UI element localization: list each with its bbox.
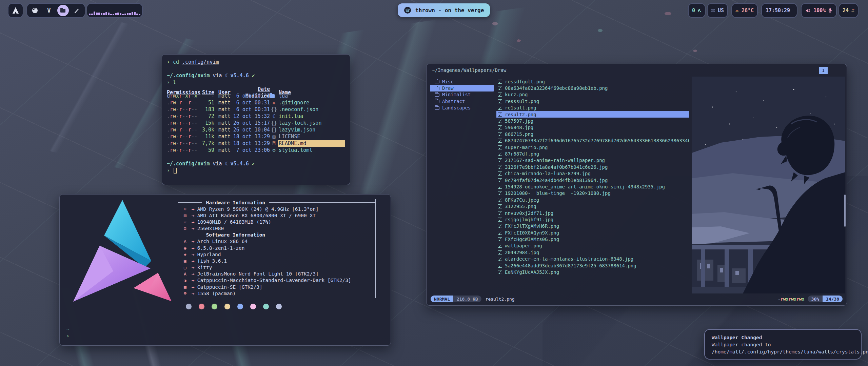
fetch-window[interactable]: Hardware Information ⊙ → AMD Ryzen 9 590… xyxy=(59,194,391,346)
file-user: matt xyxy=(216,140,232,147)
file-row[interactable]: 3122955.png xyxy=(496,203,689,209)
sidebar-folder[interactable]: Misc xyxy=(430,78,494,85)
file-row[interactable]: kurz.png xyxy=(496,92,689,98)
workspace-firefox[interactable] xyxy=(29,5,41,16)
sidebar-folder[interactable]: Minimalist xyxy=(430,92,494,98)
file-name: FXfcII0X0AQyn9X.png xyxy=(505,230,559,236)
cava-bar xyxy=(136,14,138,15)
file-row[interactable]: 5a266e448add93deab367d87173e9f25-6837886… xyxy=(496,262,689,269)
ls-row: .rw-r--r-- 3,0k matt 26 oct 10:04 {} laz… xyxy=(167,126,345,133)
file-size: 51 xyxy=(199,99,216,106)
firefox-icon xyxy=(32,7,38,14)
file-row[interactable]: ressdfgult.png xyxy=(496,78,689,85)
file-row[interactable]: resssult.png xyxy=(496,98,689,104)
file-row[interactable]: 08a634fa02a32364f69ebc86a98eb1eb.png xyxy=(496,85,689,91)
file-row[interactable]: EeNKYgIUcAAJ5JX.png xyxy=(496,269,689,275)
file-row[interactable]: 596848.jpg xyxy=(496,124,689,131)
file-row[interactable]: 587597.jpg xyxy=(496,118,689,124)
app-launcher-button[interactable] xyxy=(8,3,23,18)
folder-name: Draw xyxy=(442,85,454,91)
file-row[interactable]: FXfcJlTXgAMvH6R.png xyxy=(496,223,689,229)
cava-bar xyxy=(91,14,93,15)
file-row[interactable]: chica-mirando-la-luna-8799.jpg xyxy=(496,170,689,177)
image-file-icon xyxy=(498,113,502,117)
folder-icon xyxy=(435,87,439,90)
cava-bar xyxy=(105,12,107,15)
file-name: ressdfgult.png xyxy=(505,79,545,84)
file-name: README.md xyxy=(278,140,345,147)
palette-dot xyxy=(212,304,217,309)
file-name: FXfcHgcWIAMzs0G.png xyxy=(505,237,559,242)
folder-icon xyxy=(60,9,65,13)
file-row[interactable]: 87r687df.png xyxy=(496,150,689,157)
mode-badge: NORMAL xyxy=(431,296,453,302)
ls-header-row: Permissions Size User Date Modified Name xyxy=(167,86,345,93)
info-row: ⊡ → 868x366 xyxy=(178,225,375,232)
file-row[interactable]: 217167-sad-anime-rain-wallpaper.png xyxy=(496,157,689,164)
file-row[interactable]: 68747470733a2f2f696d616765732d7769786d70… xyxy=(496,138,689,144)
tab-indicator[interactable]: 1 xyxy=(819,67,828,74)
cava-bar xyxy=(115,13,117,15)
shell-icon: ▣ xyxy=(181,258,190,263)
file-row[interactable]: result2.png xyxy=(496,111,689,118)
layout-value: US xyxy=(718,7,724,14)
workspace-paint[interactable] xyxy=(71,5,83,16)
workspaces-pill: V xyxy=(26,3,85,18)
file-row[interactable]: re1sult.png xyxy=(496,105,689,111)
file-name: result2.png xyxy=(505,112,536,117)
file-manager-window[interactable]: ~/Imagenes/Wallpapers/Draw 1 Misc Draw M… xyxy=(426,64,847,306)
tray-weather[interactable]: 26°C xyxy=(731,3,758,18)
info-row: ▢ → kitty xyxy=(178,264,375,271)
file-row[interactable]: wallpaper.png xyxy=(496,243,689,249)
file-row[interactable]: rsjqojlmjhf91.jpg xyxy=(496,216,689,223)
window-manager-icon: ◈ xyxy=(181,252,190,257)
file-row[interactable]: 3126f7e9bbf21a8a4af0b67b041c6e26.jpg xyxy=(496,164,689,170)
file-row[interactable]: FXfcHgcWIAMzs0G.png xyxy=(496,236,689,242)
file-type-icon: {} xyxy=(270,120,278,126)
file-row[interactable]: 866715.png xyxy=(496,131,689,137)
file-user: matt xyxy=(216,126,232,133)
sidebar-folder[interactable]: Draw xyxy=(430,85,494,91)
sidebar-folder[interactable]: Abstract xyxy=(430,98,494,104)
workspace-vim[interactable]: V xyxy=(43,5,55,16)
file-name: lazy-lock.json xyxy=(278,120,345,126)
media-player-pill[interactable]: thrown - on the verge xyxy=(398,3,490,17)
notification-popup[interactable]: Wallpaper Changed Wallpaper changed to /… xyxy=(704,329,862,360)
audio-visualizer[interactable] xyxy=(86,3,143,18)
arrow-icon: → xyxy=(192,278,195,283)
tray-updates[interactable]: 0 xyxy=(688,3,706,18)
software-section-header: Software Information xyxy=(178,232,376,238)
file-name: kurz.png xyxy=(505,92,528,97)
tray-volume[interactable]: 100% xyxy=(801,3,837,18)
file-row[interactable]: FXfcII0X0AQyn9X.png xyxy=(496,229,689,236)
tray-keyboard-layout[interactable]: US xyxy=(707,3,728,18)
file-row[interactable]: 20492984.jpg xyxy=(496,249,689,256)
terminal-window[interactable]: ›cd.config/nvim ~/.config/nvimvia☾v5.4.6… xyxy=(162,54,350,185)
arrow-icon: → xyxy=(192,239,195,244)
cava-bar xyxy=(110,14,112,15)
workspace-files[interactable] xyxy=(57,5,69,16)
folder-icon xyxy=(435,80,439,83)
file-row[interactable]: 19201080-__blue-tinge__-1920×1080.jpg xyxy=(496,190,689,197)
file-name: EeNKYgIUcAAJ5JX.png xyxy=(505,269,559,275)
file-row[interactable]: atardecer-en-la-montanas-ilustracion-634… xyxy=(496,256,689,262)
parent-folders-pane: Misc Draw Minimalist Abstract Landscapes xyxy=(430,78,494,111)
file-size: 15k xyxy=(199,120,216,126)
file-row[interactable]: 8FKa7Cu.jpeg xyxy=(496,197,689,203)
image-file-icon xyxy=(498,93,502,97)
file-row[interactable]: nnvuv0xj2df71.jpg xyxy=(496,210,689,216)
scrollbar-thumb[interactable] xyxy=(844,195,846,227)
file-type-icon: {} xyxy=(270,126,278,133)
sidebar-folder[interactable]: Landscapes xyxy=(430,105,494,111)
ls-row: .rw-r--r-- 11k matt 18 oct 13:29 ▤ LICEN… xyxy=(167,133,345,140)
tray-notifications[interactable]: 24 xyxy=(839,3,859,18)
bell-icon xyxy=(851,8,854,14)
tray-clock[interactable]: 17:50:29 xyxy=(761,3,797,18)
image-file-icon xyxy=(498,106,502,110)
temperature-value: 26°C xyxy=(742,7,754,14)
file-row[interactable]: 154928-odinokoe_anime-art-anime-okno-sin… xyxy=(496,183,689,190)
file-row[interactable]: 0c794faf07de24a4db4d4fb1eb813964.jpg xyxy=(496,177,689,183)
crystal-arch-logo xyxy=(66,197,183,305)
keyboard-icon xyxy=(711,8,715,13)
file-row[interactable]: super-mario.png xyxy=(496,144,689,150)
